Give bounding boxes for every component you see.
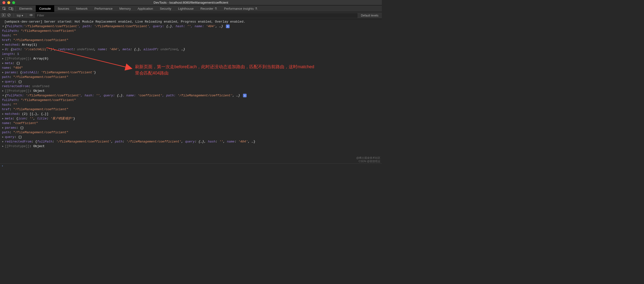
caret-right-icon[interactable] xyxy=(2,89,5,93)
clear-console-icon[interactable] xyxy=(7,13,11,17)
filter-input[interactable] xyxy=(35,13,358,18)
log-object[interactable]: {fullPath: '/fileManagement/coefficient'… xyxy=(2,93,382,148)
devtools-tabs: Elements Console Sources Network Perform… xyxy=(0,5,382,12)
object-property[interactable]: hash: "" xyxy=(2,33,382,38)
caret-right-icon[interactable] xyxy=(2,144,5,148)
tab-performance[interactable]: Performance xyxy=(91,5,116,12)
svg-rect-2 xyxy=(12,8,13,10)
object-property[interactable]: [[Prototype]]: Object xyxy=(2,144,382,148)
object-property[interactable]: matched: Array(1) xyxy=(2,42,382,47)
caret-down-icon[interactable] xyxy=(2,24,5,29)
tab-security[interactable]: Security xyxy=(156,5,174,12)
object-property[interactable]: hash: "" xyxy=(2,102,382,107)
caret-right-icon[interactable] xyxy=(2,70,5,75)
log-message: [webpack-dev-server] Server started: Hot… xyxy=(2,19,382,24)
play-icon[interactable] xyxy=(2,13,5,17)
tab-elements[interactable]: Elements xyxy=(16,5,36,12)
console-output[interactable]: [webpack-dev-server] Server started: Hot… xyxy=(0,19,382,163)
caret-right-icon[interactable] xyxy=(2,116,5,121)
object-property[interactable]: matched: (2) [{…}, {…}] xyxy=(2,112,382,116)
log-object[interactable]: {fullPath:'/fileManagement/coefficient',… xyxy=(2,24,382,93)
tab-network[interactable]: Network xyxy=(73,5,91,12)
caret-down-icon[interactable] xyxy=(2,42,5,47)
object-property[interactable]: [[Prototype]]: Object xyxy=(2,89,382,93)
context-selector[interactable]: top ▾ xyxy=(17,14,23,17)
caret-right-icon[interactable] xyxy=(2,61,5,66)
svg-rect-1 xyxy=(9,7,12,9)
caret-right-icon[interactable] xyxy=(2,79,5,84)
object-property[interactable]: redirectedFrom: {fullPath: '/fileManagem… xyxy=(2,139,382,144)
tab-memory[interactable]: Memory xyxy=(116,5,134,12)
object-property[interactable]: query: {} xyxy=(2,79,382,84)
object-property[interactable]: params: {} xyxy=(2,126,382,130)
object-property[interactable]: href: "/fileManagement/coefficient" xyxy=(2,38,382,42)
tab-perf-insights[interactable]: Performance insights⚗ xyxy=(220,5,261,12)
tab-console[interactable]: Console xyxy=(36,5,54,12)
chevron-right-icon: › xyxy=(2,164,4,168)
console-toolbar: top ▾ Default levels xyxy=(0,12,382,19)
caret-right-icon[interactable] xyxy=(2,126,5,130)
maximize-window-icon[interactable] xyxy=(12,1,15,4)
caret-right-icon[interactable] xyxy=(2,135,5,139)
array-item[interactable]: 0: {path: '/:catchAll(.*)', redirect: un… xyxy=(2,47,382,52)
object-property[interactable]: [[Prototype]]: Array(0) xyxy=(2,56,382,61)
object-property[interactable]: fullPath: "/fileManagement/coefficient" xyxy=(2,98,382,102)
object-property[interactable]: name: "404" xyxy=(2,66,382,70)
log-levels-dropdown[interactable]: Default levels xyxy=(360,14,380,17)
flask-icon: ⚗ xyxy=(255,7,258,10)
device-toolbar-icon[interactable] xyxy=(9,7,13,11)
tab-recorder[interactable]: Recorder⚗ xyxy=(197,5,220,12)
info-icon[interactable]: i xyxy=(243,94,246,97)
tab-lighthouse[interactable]: Lighthouse xyxy=(174,5,197,12)
object-property[interactable]: path: "/fileManagement/coefficient" xyxy=(2,130,382,135)
caret-right-icon[interactable] xyxy=(2,47,5,52)
caret-right-icon[interactable] xyxy=(2,112,5,116)
object-property[interactable]: meta: {} xyxy=(2,61,382,66)
object-property[interactable]: length: 1 xyxy=(2,52,382,56)
object-property[interactable]: name: "coefficient" xyxy=(2,121,382,126)
inspect-icon[interactable] xyxy=(2,7,6,11)
object-property[interactable]: fullPath: "/fileManagement/coefficient" xyxy=(2,29,382,33)
caret-right-icon[interactable] xyxy=(2,139,5,144)
object-property[interactable]: href: "/fileManagement/coefficient" xyxy=(2,107,382,112)
caret-right-icon[interactable] xyxy=(2,56,5,61)
svg-line-5 xyxy=(8,14,10,16)
info-icon[interactable]: i xyxy=(226,24,230,28)
object-property[interactable]: query: {} xyxy=(2,135,382,139)
object-property[interactable]: params: {catchAll: 'fileManagement/coeff… xyxy=(2,70,382,75)
svg-point-6 xyxy=(31,14,32,16)
window-title: DevTools - localhost:8080/fileManagement… xyxy=(0,1,382,4)
tab-application[interactable]: Application xyxy=(134,5,156,12)
caret-down-icon[interactable] xyxy=(2,93,5,98)
traffic-lights xyxy=(2,1,15,4)
minimize-window-icon[interactable] xyxy=(7,1,10,4)
object-property[interactable]: meta: {icon: '', title: '客户档案维护'} xyxy=(2,116,382,121)
close-window-icon[interactable] xyxy=(2,1,5,4)
flask-icon: ⚗ xyxy=(214,7,217,10)
console-prompt[interactable]: › xyxy=(0,163,382,168)
tab-sources[interactable]: Sources xyxy=(54,5,73,12)
object-property[interactable]: redirectedFrom: undefined xyxy=(2,84,382,89)
window-titlebar: DevTools - localhost:8080/fileManagement… xyxy=(0,0,382,5)
object-property[interactable]: path: "/fileManagement/coefficient" xyxy=(2,75,382,79)
eye-icon[interactable] xyxy=(29,13,33,17)
